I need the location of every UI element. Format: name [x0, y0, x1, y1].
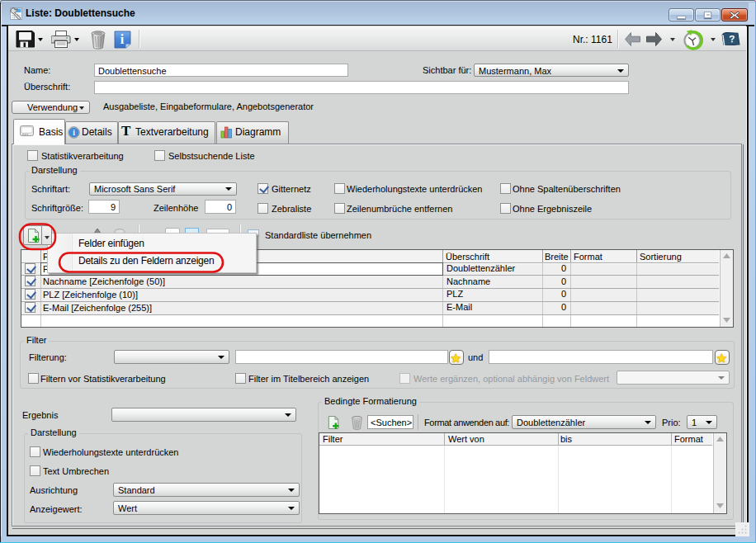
- svg-text:?: ?: [729, 33, 735, 45]
- svg-text:i: i: [73, 129, 75, 137]
- svg-text:i: i: [120, 32, 125, 46]
